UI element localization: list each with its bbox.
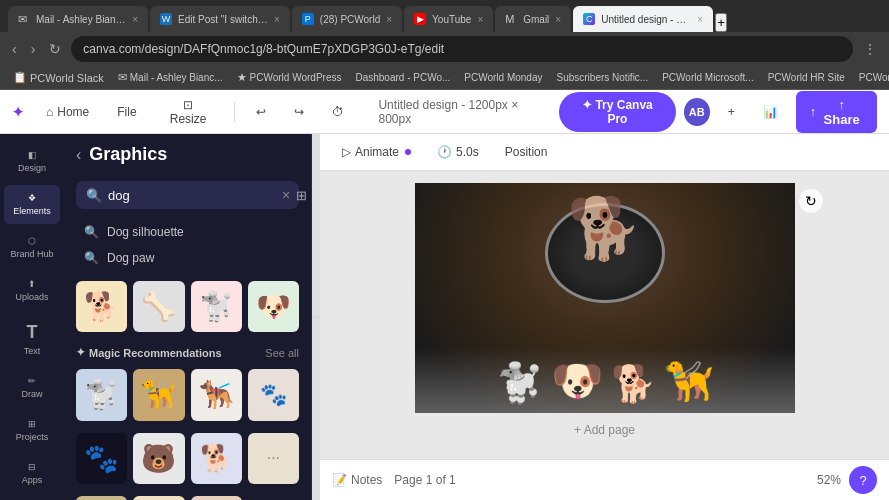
sidebar-item-projects[interactable]: ⊞ Projects [4, 411, 60, 450]
tab-mail[interactable]: ✉ Mail - Ashley Biancuzzo - O... × [8, 6, 148, 32]
resize-button[interactable]: ⊡ Resize [155, 93, 222, 131]
extensions-button[interactable]: ⋮ [859, 39, 881, 59]
tab-edit-post[interactable]: W Edit Post "I switched from P... × [150, 6, 290, 32]
tab-pcworld[interactable]: P (28) PCWorld × [292, 6, 402, 32]
tab-canva-close[interactable]: × [697, 14, 703, 25]
sidebar-item-design[interactable]: ◧ Design [4, 142, 60, 181]
search-input[interactable] [108, 188, 276, 203]
thumbnail-icon: 🐾 [84, 442, 119, 475]
drag-handle[interactable]: ⋮ [312, 134, 320, 500]
sidebar-item-elements[interactable]: ❖ Elements [4, 185, 60, 224]
sidebar-item-uploads[interactable]: ⬆ Uploads [4, 271, 60, 310]
thumbnails-row1: 🐕 🦴 🐩 🐶 [64, 275, 311, 338]
bookmark-pcworld-slack[interactable]: 📋 PCWorld Slack [8, 70, 109, 85]
file-button[interactable]: File [107, 100, 146, 124]
bookmark-wordpress[interactable]: ★ PCWorld WordPress [232, 70, 347, 85]
tab-edit-post-close[interactable]: × [274, 14, 280, 25]
toolbar-divider [234, 102, 235, 122]
thumbnail-dog4[interactable]: 🐕 [76, 496, 127, 500]
tab-canva[interactable]: C Untitled design - 1200 × 800... × [573, 6, 713, 32]
timer-icon: ⏱ [332, 105, 344, 119]
share-label: ↑ Share [820, 97, 863, 127]
thumbnail-fluffy2[interactable]: 🐻 [133, 433, 184, 484]
bookmark-global[interactable]: PCWorld Global Link [854, 71, 889, 84]
tab-edit-post-label: Edit Post "I switched from P... [178, 14, 268, 25]
thumbnail-fluffy[interactable]: 🐕‍🦺 [191, 369, 242, 420]
animate-button[interactable]: ▷ Animate [332, 140, 421, 164]
tab-gmail-label: Gmail [523, 14, 549, 25]
redo-button[interactable]: ↪ [284, 100, 314, 124]
sidebar-item-text[interactable]: T Text [4, 314, 60, 364]
section-magic-title: ✦ Magic Recommendations [76, 346, 265, 359]
position-button[interactable]: Position [495, 140, 558, 164]
tab-gmail[interactable]: M Gmail × [495, 6, 571, 32]
back-button[interactable]: ‹ [8, 39, 21, 59]
elements-icon: ❖ [28, 193, 36, 203]
notes-button[interactable]: 📝 Notes [332, 473, 382, 487]
suggestion-dog-paw[interactable]: 🔍 Dog paw [76, 245, 299, 271]
see-all-button[interactable]: See all [265, 347, 299, 359]
share-icon: ↑ [810, 104, 817, 119]
thumbnail-poodle2[interactable]: 🐩 [76, 369, 127, 420]
help-button[interactable]: ? [849, 466, 877, 494]
position-label: Position [505, 145, 548, 159]
thumbnail-retriever[interactable]: 🦮 [133, 369, 184, 420]
sidebar-item-brand[interactable]: ⬡ Brand Hub [4, 228, 60, 267]
bookmark-microsoft[interactable]: PCWorld Microsoft... [657, 71, 759, 84]
thumbnails-row3: 🐾 🐻 🐕 ··· [64, 427, 311, 490]
undo-button[interactable]: ↩ [246, 100, 276, 124]
file-label: File [117, 105, 136, 119]
sidebar-item-apps[interactable]: ⊟ Apps [4, 454, 60, 493]
filter-icon[interactable]: ⊞ [296, 188, 307, 203]
thumbnail-dog-face[interactable]: 🐶 [248, 281, 299, 332]
panel-back-button[interactable]: ‹ [76, 146, 81, 164]
uploads-label: Uploads [15, 292, 48, 302]
sidebar-item-draw[interactable]: ✏ Draw [4, 368, 60, 407]
tab-youtube-label: YouTube [432, 14, 471, 25]
tab-pcworld-close[interactable]: × [386, 14, 392, 25]
suggestions: 🔍 Dog silhouette 🔍 Dog paw [64, 215, 311, 275]
suggestion-dog-silhouette[interactable]: 🔍 Dog silhouette [76, 219, 299, 245]
bookmark-dashboard[interactable]: Dashboard - PCWo... [350, 71, 455, 84]
canva-logo: ✦ [12, 104, 24, 120]
home-button[interactable]: ⌂ Home [36, 100, 99, 124]
suggestion-search-icon: 🔍 [84, 225, 99, 239]
timer-button[interactable]: ⏱ [322, 100, 354, 124]
thumbnail-dog-bone[interactable]: 🦴 [133, 281, 184, 332]
thumbnail-dog5[interactable]: 🐶 [133, 496, 184, 500]
forward-button[interactable]: › [27, 39, 40, 59]
thumbnail-golden-dog[interactable]: 🐕 [76, 281, 127, 332]
bookmark-monday[interactable]: PCWorld Monday [459, 71, 547, 84]
duration-button[interactable]: 🕐 5.0s [427, 140, 489, 164]
address-bar-input[interactable] [71, 36, 853, 62]
tab-youtube[interactable]: ▶ YouTube × [404, 6, 493, 32]
thumbnail-dog6[interactable]: 🐩 [191, 496, 242, 500]
thumbnail-misc[interactable]: ··· [248, 433, 299, 484]
thumbnail-dalmatian[interactable]: 🐾 [248, 369, 299, 420]
animate-icon: ▷ [342, 145, 351, 159]
thumbnail-poodle[interactable]: 🐩 [191, 281, 242, 332]
bookmark-hr[interactable]: PCWorld HR Site [763, 71, 850, 84]
add-page-button[interactable]: + Add page [415, 413, 795, 447]
tab-youtube-close[interactable]: × [477, 14, 483, 25]
canvas-refresh-button[interactable]: ↻ [799, 189, 823, 213]
tab-mail-close[interactable]: × [132, 14, 138, 25]
thumbnail-icon: 🐩 [199, 290, 234, 323]
thumbnail-paw-black[interactable]: 🐾 [76, 433, 127, 484]
tab-edit-post-favicon: W [160, 13, 172, 25]
try-canva-pro-button[interactable]: ✦ Try Canva Pro [559, 92, 675, 132]
bookmark-subscribers[interactable]: Subscribers Notific... [552, 71, 654, 84]
analytics-button[interactable]: 📊 [753, 100, 788, 124]
bookmark-mail[interactable]: ✉ Mail - Ashley Bianc... [113, 70, 228, 85]
cartoon-dog-1: 🐩 [496, 361, 543, 405]
plus-button[interactable]: + [718, 100, 745, 124]
thumbnail-peeking[interactable]: 🐕 [191, 433, 242, 484]
search-clear-button[interactable]: × [282, 187, 290, 203]
share-button[interactable]: ↑ ↑ Share [796, 91, 877, 133]
new-tab-button[interactable]: + [715, 13, 727, 32]
panel-scroll[interactable]: 🐕 🦴 🐩 🐶 ✦ Magic Reco [64, 275, 311, 500]
reload-button[interactable]: ↻ [45, 39, 65, 59]
search-box: 🔍 × ⊞ [76, 181, 299, 209]
tab-gmail-close[interactable]: × [555, 14, 561, 25]
avatar: AB [684, 98, 710, 126]
